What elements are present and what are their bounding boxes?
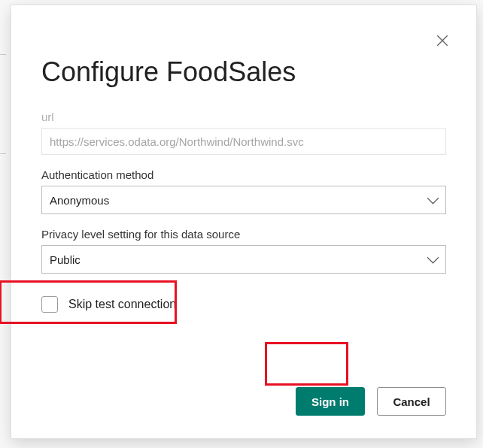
auth-label: Authentication method xyxy=(41,168,446,181)
cancel-button[interactable]: Cancel xyxy=(377,387,446,416)
auth-field-group: Authentication method Anonymous xyxy=(41,168,446,214)
auth-select-wrap: Anonymous xyxy=(41,186,446,214)
annotation-sign-in xyxy=(265,342,348,386)
dialog-actions: Sign in Cancel xyxy=(296,387,446,416)
configure-dialog: Configure FoodSales url Authentication m… xyxy=(11,5,477,439)
privacy-label: Privacy level setting for this data sour… xyxy=(41,228,446,241)
auth-select[interactable]: Anonymous xyxy=(41,186,446,214)
privacy-select-wrap: Public xyxy=(41,245,446,274)
skip-test-checkbox[interactable] xyxy=(41,296,58,313)
skip-test-row: Skip test connection xyxy=(41,296,446,313)
sign-in-button[interactable]: Sign in xyxy=(296,387,365,416)
close-icon[interactable] xyxy=(436,34,449,47)
privacy-select[interactable]: Public xyxy=(41,245,446,274)
privacy-field-group: Privacy level setting for this data sour… xyxy=(41,228,446,274)
url-label: url xyxy=(41,110,446,123)
skip-test-label: Skip test connection xyxy=(68,298,176,311)
dialog-title: Configure FoodSales xyxy=(41,56,446,88)
url-input[interactable] xyxy=(41,128,446,155)
url-field-group: url xyxy=(41,110,446,155)
